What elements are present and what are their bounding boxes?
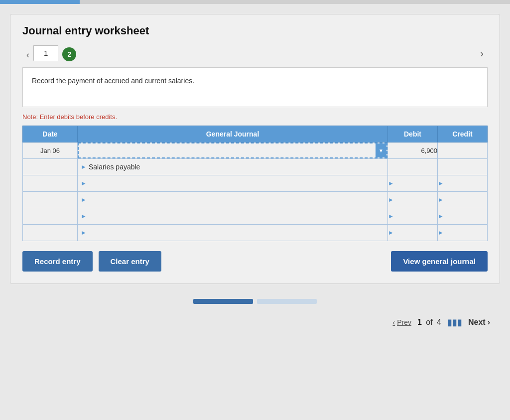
- gj-dropdown-button-1[interactable]: ▼: [376, 143, 386, 157]
- credit-cell-4[interactable]: ►: [438, 192, 488, 208]
- tab-prev-button[interactable]: ‹: [22, 48, 33, 61]
- gj-input-4[interactable]: [89, 194, 384, 206]
- debit-cell-1: 6,900: [388, 142, 438, 159]
- header-general-journal: General Journal: [78, 126, 388, 142]
- date-cell-1: Jan 06: [23, 142, 78, 159]
- pagination-row: ‹ Prev 1 of 4 ▮▮▮ Next ›: [10, 312, 500, 333]
- date-cell-6: [23, 225, 78, 241]
- debit-cell-2[interactable]: [388, 159, 438, 175]
- arrow-3: ►: [81, 180, 87, 187]
- total-pages: 4: [437, 318, 441, 326]
- debit-arrow-6: ►: [388, 229, 394, 236]
- gj-cell-5[interactable]: ►: [78, 208, 388, 225]
- credit-cell-3[interactable]: ►: [438, 175, 488, 192]
- header-debit: Debit: [388, 126, 438, 142]
- debit-cell-3[interactable]: ►: [388, 175, 438, 192]
- note-text: Note: Enter debits before credits.: [22, 113, 488, 121]
- debit-cell-5[interactable]: ►: [388, 208, 438, 225]
- table-row: ► ► ►: [23, 192, 488, 208]
- instruction-text: Record the payment of accrued and curren…: [32, 77, 194, 85]
- gj-input-6[interactable]: [89, 227, 384, 239]
- tab-2-badge[interactable]: 2: [62, 47, 76, 61]
- gj-cell-1[interactable]: ▼: [78, 142, 388, 159]
- buttons-row: Record entry Clear entry View general jo…: [22, 251, 488, 272]
- instruction-box: Record the payment of accrued and curren…: [22, 67, 488, 107]
- arrow-5: ►: [81, 213, 87, 220]
- view-general-journal-button[interactable]: View general journal: [391, 251, 488, 272]
- arrow-6: ►: [81, 229, 87, 236]
- progress-bar-empty: [257, 299, 317, 304]
- grid-view-icon[interactable]: ▮▮▮: [447, 317, 462, 328]
- prev-chevron-icon: ‹: [392, 318, 395, 326]
- debit-arrow-5: ►: [388, 213, 394, 220]
- next-chevron-icon: ›: [488, 318, 490, 327]
- date-cell-5: [23, 208, 78, 225]
- tab-1[interactable]: 1: [33, 45, 58, 61]
- bottom-area: ‹ Prev 1 of 4 ▮▮▮ Next ›: [10, 294, 500, 343]
- gj-text-2: Salaries payable: [89, 163, 140, 171]
- header-credit: Credit: [438, 126, 488, 142]
- arrow-4: ►: [81, 196, 87, 203]
- debit-cell-6[interactable]: ►: [388, 225, 438, 241]
- credit-cell-1[interactable]: [438, 142, 488, 159]
- table-row: Jan 06 ▼ 6,900: [23, 142, 488, 159]
- record-entry-button[interactable]: Record entry: [22, 251, 93, 272]
- journal-table: Date General Journal Debit Credit Ja: [22, 126, 488, 241]
- credit-cell-5[interactable]: ►: [438, 208, 488, 225]
- date-cell-4: [23, 192, 78, 208]
- tabs-row: ‹ 1 2 ›: [22, 45, 488, 61]
- credit-arrow-6: ►: [438, 229, 444, 236]
- top-progress-bar: [0, 0, 80, 4]
- progress-bars: [193, 299, 317, 304]
- of-label: of: [426, 318, 432, 326]
- credit-cell-6[interactable]: ►: [438, 225, 488, 241]
- worksheet-card: Journal entry worksheet ‹ 1 2 › Record t…: [10, 14, 500, 284]
- table-row: ► ► ►: [23, 175, 488, 192]
- credit-arrow-3: ►: [438, 180, 444, 187]
- gj-cell-2: ► Salaries payable: [78, 159, 388, 175]
- table-row: ► Salaries payable: [23, 159, 488, 175]
- current-page: 1: [417, 318, 422, 326]
- debit-arrow-4: ►: [388, 196, 394, 203]
- credit-arrow-4: ►: [438, 196, 444, 203]
- page-info: 1 of 4: [417, 318, 441, 327]
- gj-input-5[interactable]: [89, 210, 384, 222]
- debit-cell-4[interactable]: ►: [388, 192, 438, 208]
- gj-cell-3[interactable]: ►: [78, 175, 388, 192]
- prev-label: Prev: [397, 318, 411, 326]
- table-row: ► ► ►: [23, 225, 488, 241]
- debit-input-2[interactable]: [388, 159, 437, 175]
- credit-input-2[interactable]: [438, 159, 487, 175]
- gj-cell-4[interactable]: ►: [78, 192, 388, 208]
- indent-arrow-2: ►: [81, 163, 87, 170]
- credit-arrow-5: ►: [438, 213, 444, 220]
- credit-input-1[interactable]: [438, 142, 487, 158]
- gj-input-1[interactable]: [79, 143, 376, 157]
- gj-cell-6[interactable]: ►: [78, 225, 388, 241]
- date-cell-2: [23, 159, 78, 175]
- clear-entry-button[interactable]: Clear entry: [99, 251, 161, 272]
- debit-arrow-3: ►: [388, 180, 394, 187]
- credit-cell-2[interactable]: [438, 159, 488, 175]
- prev-button[interactable]: ‹ Prev: [392, 318, 411, 326]
- date-cell-3: [23, 175, 78, 192]
- page-title: Journal entry worksheet: [22, 24, 488, 37]
- progress-bar-filled: [193, 299, 253, 304]
- next-label: Next: [468, 318, 486, 327]
- next-button[interactable]: Next ›: [468, 318, 490, 327]
- table-row: ► ► ►: [23, 208, 488, 225]
- header-date: Date: [23, 126, 78, 142]
- tab-next-button[interactable]: ›: [476, 46, 488, 61]
- gj-input-3[interactable]: [89, 177, 384, 189]
